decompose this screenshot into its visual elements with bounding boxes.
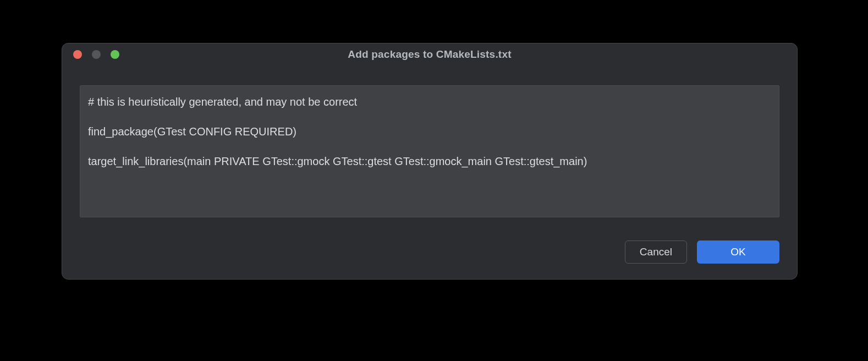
- dialog-body: # this is heuristically generated, and m…: [62, 65, 797, 225]
- code-line: # this is heuristically generated, and m…: [88, 95, 771, 110]
- titlebar: Add packages to CMakeLists.txt: [62, 43, 797, 65]
- code-line: find_package(GTest CONFIG REQUIRED): [88, 124, 771, 139]
- button-row: Cancel OK: [62, 225, 797, 279]
- ok-button[interactable]: OK: [697, 240, 779, 264]
- window-zoom-icon[interactable]: [111, 50, 119, 59]
- code-panel[interactable]: # this is heuristically generated, and m…: [80, 85, 779, 217]
- window-minimize-icon: [92, 50, 101, 59]
- dialog-window: Add packages to CMakeLists.txt # this is…: [62, 43, 798, 280]
- code-line: target_link_libraries(main PRIVATE GTest…: [88, 154, 771, 169]
- cancel-button[interactable]: Cancel: [625, 240, 687, 264]
- traffic-lights: [73, 50, 119, 59]
- window-close-icon[interactable]: [73, 50, 82, 59]
- dialog-title: Add packages to CMakeLists.txt: [62, 48, 797, 61]
- code-blank: [88, 139, 771, 154]
- code-blank: [88, 110, 771, 124]
